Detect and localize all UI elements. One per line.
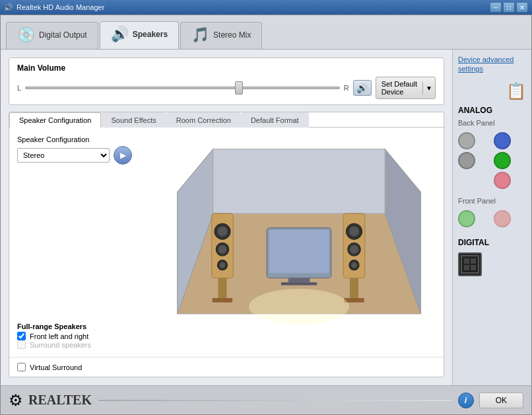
svg-point-12 xyxy=(218,245,226,254)
jack-gray-1[interactable] xyxy=(458,132,475,149)
virtual-surround-checkbox[interactable] xyxy=(17,363,26,371)
title-bar: 🔊 Realtek HD Audio Manager ─ □ ✕ xyxy=(0,0,532,15)
right-panel: Device advanced settings 📋 ANALOG Back P… xyxy=(452,50,531,385)
room-svg xyxy=(154,128,444,357)
notepad-icon: 📋 xyxy=(458,82,526,100)
analog-label: ANALOG xyxy=(458,106,526,115)
slider-track xyxy=(25,87,340,89)
speaker-mute-button[interactable]: 🔊 xyxy=(353,80,372,96)
digital-output-icon: 💿 xyxy=(17,26,35,44)
speaker-config-label: Speaker Configuration Stereo Quadraphoni… xyxy=(17,135,147,165)
minimize-button[interactable]: ─ xyxy=(490,2,502,13)
dp-sq-2 xyxy=(471,258,476,264)
svg-rect-15 xyxy=(218,278,226,300)
virtual-surround-label: Virtual Surround xyxy=(30,363,82,371)
inner-tabs-panel: Speaker Configuration Sound Effects Room… xyxy=(9,112,444,377)
dp-sq-1 xyxy=(464,258,469,264)
front-speakers-label: Front left and right xyxy=(30,332,88,340)
speaker-config-content: Speaker Configuration Stereo Quadraphoni… xyxy=(9,128,444,357)
front-speakers-checkbox[interactable] xyxy=(17,332,26,340)
surround-checkbox-row: Surround speakers xyxy=(17,340,147,349)
digital-port[interactable] xyxy=(458,252,482,276)
surround-speakers-label: Surround speakers xyxy=(30,341,91,349)
maximize-button[interactable]: □ xyxy=(503,2,515,13)
tab-default-format[interactable]: Default Format xyxy=(241,112,309,128)
close-button[interactable]: ✕ xyxy=(516,2,528,13)
front-checkbox-row: Front left and right xyxy=(17,332,147,340)
speaker-config-dropdown[interactable]: Stereo Quadraphonic 5.1 Surround 7.1 Sur… xyxy=(17,148,110,163)
volume-right-label: R xyxy=(344,84,349,92)
app-icon: 🔊 xyxy=(4,3,13,12)
svg-point-10 xyxy=(217,227,227,237)
dp-sq-4 xyxy=(471,265,476,270)
dp-sq-3 xyxy=(464,265,469,270)
info-button[interactable]: i xyxy=(458,393,474,408)
top-tab-bar: 💿 Digital Output 🔊 Speakers 🎵 Stereo Mix xyxy=(1,15,531,50)
jack-green-active[interactable] xyxy=(494,152,511,169)
volume-title: Main Volume xyxy=(17,63,436,73)
logo-divider xyxy=(98,400,451,401)
tab-speaker-configuration[interactable]: Speaker Configuration xyxy=(9,112,101,128)
jack-gray-2[interactable] xyxy=(458,152,475,169)
app-title: Realtek HD Audio Manager xyxy=(17,3,104,11)
device-advanced-link[interactable]: Device advanced settings xyxy=(458,55,526,74)
tab-stereo-mix[interactable]: 🎵 Stereo Mix xyxy=(180,22,262,49)
volume-section: Main Volume L R 🔊 Set DefaultDevice ▼ xyxy=(9,57,444,105)
realtek-logo-icon: ⚙ xyxy=(9,391,23,410)
bottom-right: i OK xyxy=(458,393,523,408)
svg-rect-6 xyxy=(288,278,310,283)
main-panel: Main Volume L R 🔊 Set DefaultDevice ▼ xyxy=(1,50,452,385)
inner-tab-bar: Speaker Configuration Sound Effects Room… xyxy=(9,112,444,128)
speakers-icon: 🔊 xyxy=(111,26,129,43)
virtual-surround-row: Virtual Surround xyxy=(9,357,444,377)
set-default-arrow: ▼ xyxy=(422,82,435,94)
volume-left-label: L xyxy=(17,84,21,92)
svg-rect-16 xyxy=(213,298,232,303)
config-select-row: Stereo Quadraphonic 5.1 Surround 7.1 Sur… xyxy=(17,146,147,165)
bottom-bar: ⚙ REALTEK i OK xyxy=(1,385,531,414)
tab-digital-output-label: Digital Output xyxy=(39,30,87,40)
title-bar-controls: ─ □ ✕ xyxy=(490,2,528,13)
volume-slider[interactable] xyxy=(25,81,340,94)
tab-speakers-label: Speakers xyxy=(133,30,168,39)
svg-rect-24 xyxy=(350,278,358,300)
svg-rect-7 xyxy=(281,282,317,285)
speaker-visual xyxy=(154,128,444,357)
ok-button[interactable]: OK xyxy=(479,393,523,408)
full-range-label: Full-range Speakers xyxy=(17,322,147,330)
stereo-mix-icon: 🎵 xyxy=(191,26,209,44)
realtek-text: REALTEK xyxy=(28,393,92,408)
main-window: 💿 Digital Output 🔊 Speakers 🎵 Stereo Mix… xyxy=(0,15,532,415)
tab-speakers[interactable]: 🔊 Speakers xyxy=(100,21,179,49)
tab-stereo-mix-label: Stereo Mix xyxy=(213,30,251,40)
back-panel-jacks xyxy=(458,132,526,189)
volume-row: L R 🔊 Set DefaultDevice ▼ xyxy=(17,77,436,99)
jack-front-pink[interactable] xyxy=(494,210,511,227)
jack-pink[interactable] xyxy=(494,172,511,189)
play-button[interactable]: ▶ xyxy=(114,146,132,165)
svg-point-26 xyxy=(249,289,349,324)
content-area: Main Volume L R 🔊 Set DefaultDevice ▼ xyxy=(1,50,531,385)
svg-point-21 xyxy=(350,245,358,254)
surround-speakers-checkbox[interactable] xyxy=(17,340,26,349)
set-default-button[interactable]: Set DefaultDevice ▼ xyxy=(376,77,436,99)
svg-point-19 xyxy=(349,227,359,237)
digital-label: DIGITAL xyxy=(458,238,526,247)
slider-thumb[interactable] xyxy=(235,81,243,94)
jack-front-green[interactable] xyxy=(458,210,475,227)
svg-point-23 xyxy=(351,262,357,268)
tab-digital-output[interactable]: 💿 Digital Output xyxy=(6,22,98,49)
tab-sound-effects[interactable]: Sound Effects xyxy=(101,112,166,128)
svg-point-14 xyxy=(220,262,226,268)
svg-rect-5 xyxy=(269,230,329,273)
fullrange-section: Full-range Speakers Front left and right… xyxy=(17,322,147,349)
left-config: Speaker Configuration Stereo Quadraphoni… xyxy=(9,128,154,357)
front-panel-label: Front Panel xyxy=(458,197,526,205)
digital-port-inner xyxy=(461,255,479,274)
tab-room-correction[interactable]: Room Correction xyxy=(166,112,241,128)
jack-blue[interactable] xyxy=(494,132,511,149)
svg-marker-3 xyxy=(213,149,385,214)
title-bar-left: 🔊 Realtek HD Audio Manager xyxy=(4,3,104,12)
set-default-label: Set DefaultDevice xyxy=(376,77,422,98)
back-panel-label: Back Panel xyxy=(458,119,526,127)
